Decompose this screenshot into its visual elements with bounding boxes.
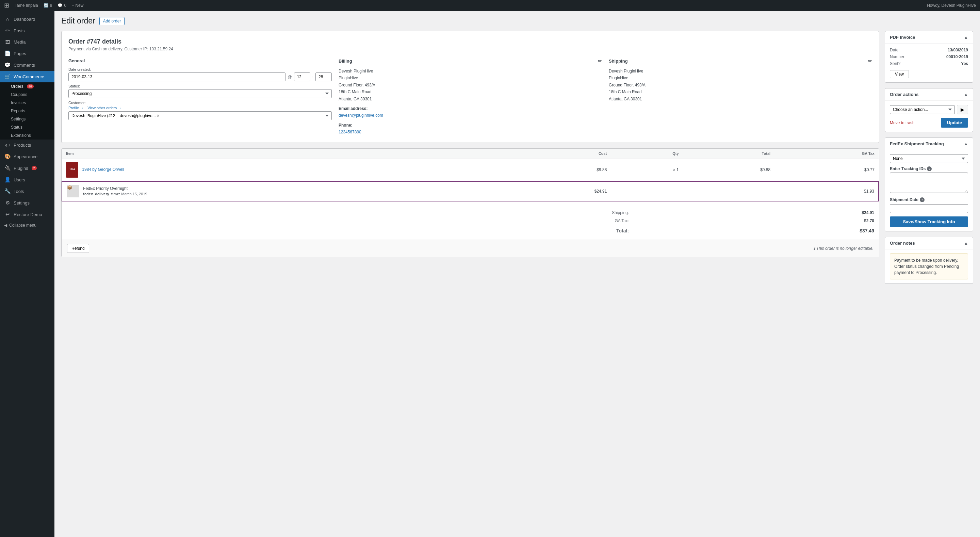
fedex-tracking-header: FedEx Shipment Tracking ▲: [885, 138, 973, 150]
customer-select[interactable]: Devesh PluginHive (#12 – devesh@plughive…: [68, 111, 332, 120]
col-ga-tax-header: GA Tax: [775, 149, 878, 159]
product-cell: 1984 1984 by George Orwell: [62, 158, 508, 182]
sidebar-item-products[interactable]: 🏷 Products: [0, 140, 54, 151]
sidebar-item-woocommerce[interactable]: 🛒 WooCommerce: [0, 71, 54, 82]
comments-icon[interactable]: 💬 0: [57, 3, 66, 8]
time-minute-input[interactable]: [315, 72, 332, 81]
shipping-name-cell: 📦 FedEx Priority Overnight fedex_deliver…: [62, 182, 508, 201]
order-actions-body: Choose an action... ▶ Move to trash Upda…: [885, 101, 973, 132]
totals-shipping-value: $24.91: [633, 209, 878, 217]
action-apply-button[interactable]: ▶: [957, 105, 968, 114]
shipment-date-help-icon[interactable]: ?: [920, 198, 924, 202]
fedex-tracking-toggle[interactable]: ▲: [964, 141, 968, 146]
shipping-section: Shipping ✏ Devesh PluginHive PluginHive …: [609, 58, 872, 136]
sidebar-item-invoices[interactable]: Invoices: [0, 99, 54, 107]
admin-bar: ⊞ Tame Impala 🔄 9 💬 0 + New Howdy, Deves…: [0, 0, 980, 11]
sidebar-item-settings2[interactable]: ⚙ Settings: [0, 197, 54, 209]
carrier-select[interactable]: None: [890, 154, 968, 163]
shipping-line-row: 📦 FedEx Priority Overnight fedex_deliver…: [62, 182, 878, 201]
billing-city-state: Atlanta, GA 30301: [339, 96, 602, 102]
sidebar-item-appearance[interactable]: 🎨 Appearance: [0, 151, 54, 163]
order-actions-header: Order actions ▲: [885, 88, 973, 101]
product-ga-tax: $0.77: [775, 158, 878, 182]
date-input[interactable]: [68, 72, 285, 81]
billing-email[interactable]: devesh@pluginhive.com: [339, 113, 383, 118]
refund-button[interactable]: Refund: [67, 244, 89, 253]
customer-label: Customer:: [68, 101, 332, 105]
billing-section-title: Billing ✏: [339, 58, 602, 64]
collapse-menu-button[interactable]: ◀ Collapse menu: [0, 220, 54, 230]
shipping-address1: Ground Floor, 493/A: [609, 82, 872, 88]
sidebar-item-reports[interactable]: Reports: [0, 107, 54, 115]
billing-phone[interactable]: 1234567890: [339, 130, 361, 134]
order-meta: Payment via Cash on delivery. Customer I…: [68, 47, 872, 51]
shipment-date-input[interactable]: [890, 204, 968, 213]
sidebar-item-restore[interactable]: ↩ Restore Demo: [0, 209, 54, 220]
totals-ga-tax-label: GA Tax:: [62, 217, 633, 225]
site-name[interactable]: Tame Impala: [14, 3, 38, 8]
sidebar-item-orders[interactable]: Orders 98: [0, 82, 54, 91]
shipping-city-state: Atlanta, GA 30301: [609, 96, 872, 102]
tracking-ids-input[interactable]: [890, 172, 968, 193]
sidebar-item-comments[interactable]: 💬 Comments: [0, 59, 54, 71]
add-order-button[interactable]: Add order: [99, 17, 125, 25]
pdf-sent-label: Sent?: [890, 61, 900, 66]
sidebar-item-pages[interactable]: 📄 Pages: [0, 48, 54, 59]
shipping-section-title: Shipping ✏: [609, 58, 872, 64]
sidebar-item-extensions[interactable]: Extensions: [0, 131, 54, 140]
date-label: Date created:: [68, 67, 332, 72]
view-pdf-button[interactable]: View: [890, 70, 909, 78]
update-button[interactable]: Update: [941, 118, 968, 127]
users-icon: 👤: [4, 177, 11, 183]
not-editable-notice: This order is no longer editable.: [814, 246, 873, 251]
shipping-method-name: FedEx Priority Overnight: [83, 186, 147, 191]
shipping-edit-icon[interactable]: ✏: [868, 58, 872, 64]
shipping-cost: $24.91: [508, 182, 611, 201]
pdf-invoice-body: Date: 13/03/2019 Number: 00010-2019 Sent…: [885, 43, 973, 82]
product-link[interactable]: 1984 by George Orwell: [82, 167, 124, 172]
totals-shipping-row: Shipping: $24.91: [62, 209, 878, 217]
new-content-button[interactable]: + New: [72, 3, 83, 8]
admin-sidebar: ⌂ Dashboard ✏ Posts 🖼 Media 📄 Pages 💬 Co…: [0, 11, 54, 537]
pdf-number-label: Number:: [890, 54, 905, 59]
save-tracking-button[interactable]: Save/Show Tracking Info: [890, 217, 968, 227]
status-label: Status:: [68, 84, 332, 88]
sidebar-item-dashboard[interactable]: ⌂ Dashboard: [0, 14, 54, 25]
shipping-name: Devesh PluginHive: [609, 68, 872, 75]
billing-name: Devesh PluginHive: [339, 68, 602, 75]
order-actions-select[interactable]: Choose an action...: [890, 105, 955, 114]
totals-total-label: Total:: [62, 225, 633, 235]
tools-icon: 🔧: [4, 188, 11, 194]
wp-logo[interactable]: ⊞: [4, 2, 9, 9]
status-select[interactable]: Processing: [68, 89, 332, 98]
dashboard-icon: ⌂: [4, 16, 11, 22]
billing-edit-icon[interactable]: ✏: [598, 58, 602, 64]
product-cost: $9.88: [508, 158, 611, 182]
shipping-total-empty: [683, 182, 775, 201]
profile-link[interactable]: Profile →: [68, 106, 84, 110]
sidebar-item-status[interactable]: Status: [0, 123, 54, 131]
restore-icon: ↩: [4, 211, 11, 217]
totals-ga-tax-value: $2.70: [633, 217, 878, 225]
shipping-address2: 18th C Main Road: [609, 88, 872, 95]
updates-icon[interactable]: 🔄 9: [43, 3, 52, 8]
order-actions-toggle[interactable]: ▲: [964, 92, 968, 97]
sidebar-item-users[interactable]: 👤 Users: [0, 174, 54, 185]
sidebar-item-media[interactable]: 🖼 Media: [0, 37, 54, 48]
sidebar-item-posts[interactable]: ✏ Posts: [0, 25, 54, 37]
order-number-title: Order #747 details: [68, 38, 872, 45]
shipment-date-label: Shipment Date: [890, 198, 918, 202]
pdf-invoice-toggle[interactable]: ▲: [964, 35, 968, 40]
sidebar-item-plugins[interactable]: 🔌 Plugins 2: [0, 163, 54, 174]
move-to-trash-link[interactable]: Move to trash: [890, 121, 915, 125]
tracking-ids-help-icon[interactable]: ?: [927, 166, 932, 171]
sidebar-item-coupons[interactable]: Coupons: [0, 91, 54, 99]
sidebar-item-tools[interactable]: 🔧 Tools: [0, 185, 54, 197]
pdf-date-label: Date:: [890, 48, 900, 53]
fedex-tracking-body: None Enter Tracking IDs ? Shipment Date …: [885, 150, 973, 231]
email-label: Email address:: [339, 106, 368, 111]
time-hour-input[interactable]: [294, 72, 310, 81]
sidebar-item-settings[interactable]: Settings: [0, 115, 54, 123]
view-other-orders-link[interactable]: View other orders →: [88, 106, 121, 110]
order-notes-toggle[interactable]: ▲: [964, 241, 968, 246]
